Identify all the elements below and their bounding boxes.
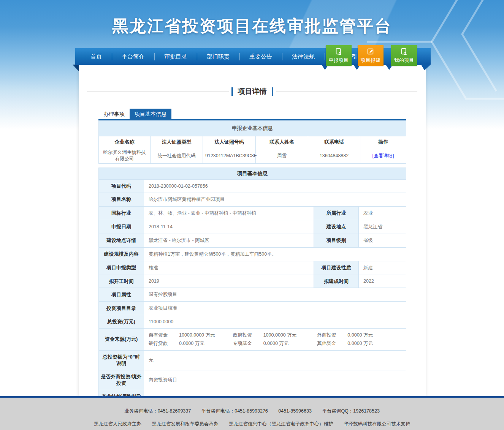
- field-label: 建设规模及内容: [99, 247, 144, 261]
- funding-grid: 自有资金10000.0000 万元 政府投资1000.0000 万元 外商投资0…: [149, 332, 401, 347]
- document-user-icon: [400, 47, 408, 56]
- field-label: 项目建设性质: [314, 261, 359, 275]
- my-projects-button[interactable]: 我的项目: [391, 45, 417, 66]
- catalog-value: 农业项目核准: [144, 302, 406, 315]
- zero-note-value: 无: [144, 350, 406, 370]
- divider-line: [276, 92, 418, 92]
- field-label: 项目级别: [314, 234, 359, 247]
- project-code-value: 2018-230000-01-02-057856: [144, 180, 406, 193]
- footer-contacts: 业务咨询电话：0451-82609337 平台咨询电话：0451-8599327…: [0, 408, 504, 414]
- col-header-company-name: 企业名称: [99, 136, 151, 148]
- cert-no-cell: 91230112MA1BC39C8F: [203, 148, 256, 164]
- tab-handle-matters[interactable]: 办理事项: [98, 109, 130, 119]
- build-nature-value: 新建: [359, 261, 406, 275]
- page-footer: 业务咨询电话：0451-82609337 平台咨询电话：0451-8599327…: [0, 396, 504, 430]
- field-label: 总投资(万元): [99, 315, 144, 329]
- divider-line: [87, 92, 229, 92]
- field-label: 建设地点: [314, 220, 359, 234]
- field-label: 总投资额为“0”时说明: [99, 350, 144, 370]
- foreign-investment-value: 内资投资项目: [144, 370, 406, 390]
- nav-left-fold: [73, 65, 79, 71]
- field-label: 项目名称: [99, 193, 144, 206]
- industry-value: 农、林、牧、渔业 - 农业 - 中药材种植 - 中药材种植: [144, 206, 314, 220]
- project-level-value: 省级: [359, 234, 406, 247]
- document-user-icon: [334, 47, 343, 56]
- edit-pencil-icon: [366, 47, 375, 56]
- title-accent-bar: [272, 87, 273, 96]
- scale-content-value: 黄精种植1万亩，建设黄精仓储500平，黄精加工车间500平。: [144, 247, 406, 261]
- title-accent-bar: [231, 87, 233, 96]
- funding-item: 专项基金0.0000 万元: [233, 340, 317, 347]
- view-detail-link[interactable]: [查看详细]: [372, 153, 394, 158]
- site-title: 黑龙江省投资项目在线审批监管平台: [0, 15, 504, 37]
- project-name-value: 哈尔滨市阿城区黄精种植产业园项目: [144, 193, 406, 206]
- funding-item: 其他资金0.0000 万元: [317, 340, 401, 347]
- field-label: 资金来源(万元): [99, 328, 144, 350]
- project-table-title: 项目基本信息: [99, 168, 406, 180]
- nav-item-platform-intro[interactable]: 平台简介: [112, 48, 154, 65]
- col-header-operation: 操作: [360, 136, 406, 148]
- action-button-label: 申报项目: [329, 57, 349, 64]
- company-info-table: 申报企业基本信息 企业名称 法人证照类型 法人证照号码 联系人姓名 联系电话 操…: [98, 120, 406, 164]
- sector-value: 农业: [359, 206, 406, 220]
- funding-item: 自有资金10000.0000 万元: [149, 332, 233, 338]
- field-label: 建设地点详情: [99, 234, 144, 247]
- cert-type-cell: 统一社会信用代码: [151, 148, 203, 164]
- col-header-cert-no: 法人证照号码: [203, 136, 256, 148]
- location-value: 黑龙江省: [359, 220, 406, 234]
- finish-time-value: 2022: [359, 275, 406, 288]
- field-label: 拟开工时间: [99, 275, 144, 288]
- content-card: 项目详情 办理事项 项目基本信息 申报企业基本信息 企业名称 法人证照类型 法人…: [79, 65, 426, 396]
- action-button-label: 我的项目: [394, 57, 414, 64]
- page-title-row: 项目详情: [87, 87, 417, 96]
- col-header-contact-phone: 联系电话: [308, 136, 360, 148]
- field-label: 拟建成时间: [314, 275, 359, 288]
- field-label: 申报日期: [99, 220, 144, 234]
- nav-item-laws-regulations[interactable]: 法律法规: [282, 48, 325, 65]
- nav-item-home[interactable]: 首页: [81, 48, 112, 65]
- total-investment-value: 11000.0000: [144, 315, 406, 329]
- funding-item: 外商投资0.0000 万元: [317, 332, 401, 338]
- contact-phone-cell: 13604848882: [308, 148, 360, 164]
- nav-item-important-notices[interactable]: 重要公告: [239, 48, 282, 65]
- col-header-cert-type: 法人证照类型: [151, 136, 203, 148]
- declare-project-button[interactable]: 申报项目: [326, 45, 352, 66]
- company-table-title: 申报企业基本信息: [99, 121, 406, 136]
- project-construction-button[interactable]: 项目报建: [358, 45, 384, 66]
- start-time-value: 2019: [144, 275, 314, 288]
- declare-date-value: 2018-11-14: [144, 220, 314, 234]
- field-label: 是否外商投资/境外投资: [99, 370, 144, 390]
- tab-project-basic-info[interactable]: 项目基本信息: [130, 109, 171, 119]
- location-detail-value: 黑龙江省 - 哈尔滨市 - 阿城区: [144, 234, 314, 247]
- field-label: 项目代码: [99, 180, 144, 193]
- funding-item: 政府投资1000.0000 万元: [233, 332, 317, 338]
- project-info-table: 项目基本信息 项目代码 2018-230000-01-02-057856 项目名…: [98, 168, 406, 410]
- field-label: 所属行业: [314, 206, 359, 220]
- action-button-label: 项目报建: [361, 57, 380, 64]
- funding-item: 银行贷款0.0000 万元: [149, 340, 233, 347]
- detail-tabs: 办理事项 项目基本信息: [98, 109, 406, 119]
- footer-credits: 黑龙江省人民政府主办 黑龙江省发展和改革委员会承办 黑龙江省信息中心（黑龙江省电…: [0, 421, 504, 427]
- declare-type-value: 核准: [144, 261, 314, 275]
- field-label: 项目申报类型: [99, 261, 144, 275]
- field-label: 投资项目目录: [99, 302, 144, 315]
- col-header-contact-name: 联系人姓名: [256, 136, 308, 148]
- company-name-cell: 哈尔滨久洲生物科技有限公司: [99, 148, 151, 164]
- contact-name-cell: 周雪: [256, 148, 308, 164]
- attribute-value: 国有控股项目: [144, 288, 406, 302]
- page-title: 项目详情: [238, 87, 267, 96]
- field-label: 国标行业: [99, 206, 144, 220]
- field-label: 项目属性: [99, 288, 144, 302]
- company-table-row: 哈尔滨久洲生物科技有限公司 统一社会信用代码 91230112MA1BC39C8…: [99, 148, 406, 164]
- nav-item-department-duties[interactable]: 部门职责: [197, 48, 239, 65]
- nav-item-approval-catalog[interactable]: 审批目录: [154, 48, 197, 65]
